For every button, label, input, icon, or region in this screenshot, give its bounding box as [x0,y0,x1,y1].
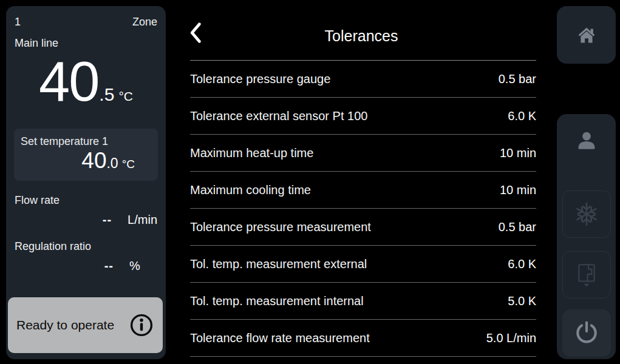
set-temperature-box[interactable]: Set temperature 1 40 .0 °C [14,129,158,181]
tolerance-row-value: 6.0 K [508,109,536,123]
cooling-button[interactable] [562,190,611,238]
tolerances-page: Tolerances Tolerance pressure gauge 0.5 … [166,0,557,364]
sidebar [557,6,616,359]
tolerance-row-value: 10 min [500,146,536,160]
regulation-ratio-label: Regulation ratio [15,240,157,253]
tolerance-row[interactable]: Tolerance pressure measurement 0.5 bar [190,209,536,246]
set-temp-decimal: .0 [106,155,118,172]
tolerance-row-value: 10 min [500,183,536,197]
tolerance-row-label: Maximum heat-up time [190,146,313,160]
main-temp-decimal: .5 [99,84,114,105]
regulation-ratio-value-row: -- % [15,259,157,273]
main-temp-unit: °C [118,89,133,104]
sidebar-item-home[interactable] [557,6,616,64]
tolerance-row[interactable]: Maximum heat-up time 10 min [190,135,536,172]
info-button[interactable] [129,313,154,337]
flow-rate-unit: L/min [128,213,157,227]
power-button[interactable] [562,309,611,357]
main-temperature-display: 40 .5 °C [15,53,157,114]
sidebar-item-menu-active[interactable] [548,64,616,114]
snowflake-icon [574,201,599,227]
tolerance-row[interactable]: Maximum cooling time 10 min [190,172,536,209]
regulation-ratio-value: -- [15,259,114,273]
mold-purge-button[interactable] [562,251,611,298]
tolerance-row[interactable]: Tol. temp. measurement internal 5.0 K [190,283,536,320]
power-icon [574,320,599,346]
sidebar-item-user[interactable] [568,127,605,154]
mold-purge-icon [575,262,598,288]
tolerance-row-value: 0.5 bar [499,72,536,86]
flow-rate-value-row: -- L/min [15,213,157,227]
home-icon [577,26,596,44]
tolerance-row-label: Tolerance pressure gauge [190,72,330,86]
tolerance-row-label: Tolerance flow rate measurement [190,331,370,345]
tolerance-row[interactable]: Tolerance flow rate measurement 5.0 L/mi… [190,320,536,357]
tolerance-row-label: Tolerance external sensor Pt 100 [190,109,367,123]
tolerance-row-label: Tol. temp. measurement external [190,257,367,271]
page-title: Tolerances [166,27,557,45]
sidebar-lower-block [557,114,616,359]
zone-label: Zone [132,16,157,29]
set-temperature-value: 40 .0 °C [21,149,151,174]
tolerances-list: Tolerance pressure gauge 0.5 bar Toleran… [166,61,557,357]
set-temp-integer: 40 [81,149,106,174]
tolerance-row-value: 0.5 bar [499,220,536,234]
tolerance-row-value: 5.0 L/min [486,331,536,345]
status-box: Ready to operate [8,297,163,353]
tolerance-row[interactable]: Tolerance pressure gauge 0.5 bar [190,61,536,98]
tolerance-row-value: 6.0 K [508,257,536,271]
zone-panel: 1 Zone Main line 40 .5 °C Set temperatur… [6,6,166,359]
set-temp-unit: °C [122,158,135,171]
flow-rate-label: Flow rate [15,194,157,207]
set-temperature-label: Set temperature 1 [21,135,151,148]
status-label: Ready to operate [16,318,114,332]
tolerance-row-label: Tol. temp. measurement internal [190,294,364,308]
main-line-label: Main line [15,37,157,50]
tolerance-row[interactable]: Tolerance external sensor Pt 100 6.0 K [190,98,536,135]
tolerance-row-label: Maximum cooling time [190,183,311,197]
regulation-ratio-unit: % [129,259,140,273]
tolerance-row-label: Tolerance pressure measurement [190,220,371,234]
info-icon [129,313,154,337]
tolerance-row-value: 5.0 K [508,294,536,308]
flow-rate-value: -- [15,213,112,227]
page-header: Tolerances [166,0,557,60]
user-icon [576,130,598,152]
main-temp-integer: 40 [39,53,98,109]
zone-number: 1 [15,16,21,29]
tolerance-row[interactable]: Tol. temp. measurement external 6.0 K [190,246,536,283]
